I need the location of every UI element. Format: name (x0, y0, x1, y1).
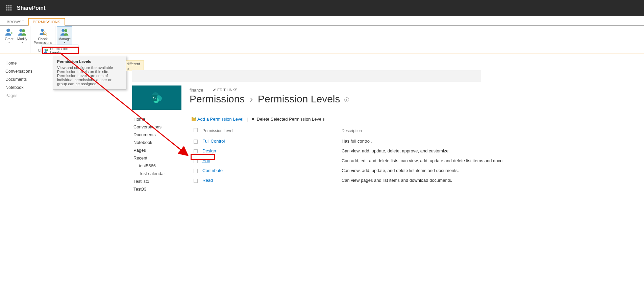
svg-line-16 (46, 34, 47, 36)
svg-rect-2 (10, 5, 11, 6)
svg-rect-7 (8, 9, 9, 10)
grant-button[interactable]: Grant ▼ (3, 26, 16, 49)
manage-dropdown: Permission Levels A (42, 45, 78, 53)
ribbon-group-label-empty (3, 49, 29, 53)
people-icon (44, 48, 49, 53)
app-launcher-icon[interactable] (2, 1, 16, 15)
svg-rect-1 (8, 5, 9, 6)
svg-point-19 (45, 49, 46, 51)
svg-rect-11 (11, 32, 12, 34)
chevron-down-icon: ▼ (64, 41, 66, 44)
menu-item-permission-levels-label: Permission Levels (50, 47, 76, 53)
svg-point-12 (19, 29, 22, 32)
chevron-down-icon: ▼ (21, 41, 23, 44)
svg-rect-8 (10, 9, 11, 10)
svg-point-9 (6, 29, 10, 32)
menu-item-permission-levels[interactable]: Permission Levels (43, 46, 77, 53)
chevron-down-icon: ▼ (8, 41, 10, 44)
svg-point-17 (61, 29, 65, 32)
check-permissions-label: Check Permissions (33, 37, 52, 45)
svg-point-14 (41, 29, 44, 32)
brand-label[interactable]: SharePoint (17, 5, 45, 11)
grant-label: Grant (5, 37, 13, 41)
tab-browse[interactable]: BROWSE (3, 19, 28, 25)
suite-bar: SharePoint (0, 0, 644, 16)
tab-permissions[interactable]: PERMISSIONS (28, 18, 65, 26)
ribbon-group-grant-modify: Grant ▼ Modify ▼ (1, 26, 30, 53)
svg-rect-0 (6, 5, 7, 6)
modify-button[interactable]: Modify ▼ (16, 26, 29, 49)
svg-point-20 (46, 49, 48, 51)
ribbon-tabs: BROWSE PERMISSIONS (0, 16, 644, 26)
manage-label: Manage (58, 37, 71, 41)
svg-point-13 (22, 29, 25, 32)
ribbon-body: Grant ▼ Modify ▼ Check Permissions Check… (0, 26, 644, 53)
svg-rect-6 (6, 9, 7, 10)
svg-rect-5 (10, 7, 11, 8)
svg-rect-4 (8, 7, 9, 8)
svg-rect-3 (6, 7, 7, 8)
modify-label: Modify (17, 37, 27, 41)
svg-point-18 (64, 29, 67, 32)
